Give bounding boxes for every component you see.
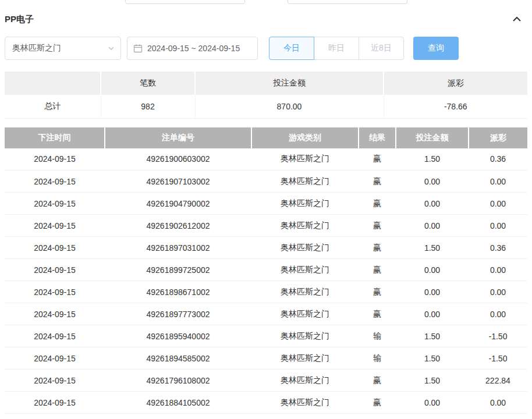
table-cell: 2024-09-15	[5, 215, 105, 237]
table-cell: 奥林匹斯之门	[251, 237, 359, 259]
table-row: 2024-09-1549261897773002奥林匹斯之门赢0.000.00	[5, 303, 527, 325]
col-header-bet-amount: 投注金额	[396, 127, 469, 148]
table-cell: 49261884105002	[105, 392, 251, 414]
table-cell: 49261904790002	[105, 193, 251, 215]
col-header-bet-time: 下注时间	[5, 127, 105, 148]
bet-table: 下注时间 注单编号 游戏类别 结果 投注金额 派彩 2024-09-154926…	[5, 127, 527, 419]
quick-range-group: 今日 昨日 近8日	[269, 37, 404, 60]
table-cell: 2024-09-15	[5, 281, 105, 303]
section-header: PP电子	[5, 14, 527, 24]
table-cell: 0.00	[469, 215, 527, 237]
table-cell: 赢	[359, 148, 396, 171]
table-cell: 1.50	[396, 237, 469, 259]
table-cell: 2024-09-15	[5, 370, 105, 392]
table-row: 2024-09-1549261900603002奥林匹斯之门赢1.500.36	[5, 148, 527, 171]
game-select[interactable]: 奥林匹斯之门	[5, 37, 121, 60]
table-row: 2024-09-1549261894585002奥林匹斯之门输1.50-1.50	[5, 347, 527, 370]
table-row: 2024-09-1549261902612002奥林匹斯之门赢0.000.00	[5, 215, 527, 237]
table-cell: 49261796108002	[105, 370, 251, 392]
table-row: 2024-09-1549261898671002奥林匹斯之门赢0.000.00	[5, 281, 527, 303]
table-row: 2024-09-1549261904790002奥林匹斯之门赢0.000.00	[5, 193, 527, 215]
summary-total-bet-amount: 870.00	[195, 95, 384, 118]
summary-header-row: 笔数 投注金额 派彩	[5, 72, 527, 95]
quick-btn-yesterday[interactable]: 昨日	[314, 37, 359, 60]
calendar-icon	[133, 44, 143, 53]
table-cell: 奥林匹斯之门	[251, 259, 359, 281]
table-cell: 奥林匹斯之门	[251, 303, 359, 325]
table-row: 2024-09-1549261895940002奥林匹斯之门输1.50-1.50	[5, 325, 527, 347]
table-cell: 赢	[359, 259, 396, 281]
table-cell: 0.00	[469, 392, 527, 414]
date-range-input[interactable]: 2024-09-15 ~ 2024-09-15	[127, 37, 258, 60]
table-cell: 49261895940002	[105, 325, 251, 347]
table-cell	[5, 414, 105, 419]
filter-bar: 奥林匹斯之门 2024-09-15 ~ 2024-09-15 今日 昨日 近8日…	[5, 37, 527, 60]
quick-btn-last8days[interactable]: 近8日	[359, 37, 404, 60]
table-cell	[469, 414, 527, 419]
table-cell: 49261902612002	[105, 215, 251, 237]
table-cell: 2024-09-15	[5, 193, 105, 215]
collapse-button[interactable]	[512, 15, 522, 24]
summary-total-payout: -78.66	[384, 95, 527, 118]
table-cell: 赢	[359, 171, 396, 193]
table-cell: 49261897773002	[105, 303, 251, 325]
section-title: PP电子	[5, 14, 34, 25]
summary-header-bet-amount: 投注金额	[195, 72, 384, 95]
table-cell: 2024-09-15	[5, 259, 105, 281]
quick-btn-today[interactable]: 今日	[269, 37, 314, 60]
col-header-payout: 派彩	[469, 127, 527, 148]
table-cell: 奥林匹斯之门	[251, 347, 359, 370]
table-cell: 2024-09-15	[5, 347, 105, 370]
table-cell: 49261898671002	[105, 281, 251, 303]
table-cell: 0.00	[469, 303, 527, 325]
table-cell: 0.00	[469, 171, 527, 193]
date-range-value: 2024-09-15 ~ 2024-09-15	[147, 44, 240, 53]
table-cell: 0.00	[469, 259, 527, 281]
table-cell: 奥林匹斯之门	[251, 370, 359, 392]
chevron-down-icon	[108, 45, 115, 52]
partial-input-top-right[interactable]	[288, 0, 407, 4]
table-cell: 2024-09-15	[5, 148, 105, 171]
col-header-bet-id: 注单编号	[105, 127, 251, 148]
summary-total-row: 总计 982 870.00 -78.66	[5, 95, 527, 118]
table-cell: 奥林匹斯之门	[251, 392, 359, 414]
table-row: 2024-09-1549261884105002奥林匹斯之门赢0.000.00	[5, 392, 527, 414]
table-cell: 2024-09-15	[5, 171, 105, 193]
table-cell: 奥林匹斯之门	[251, 325, 359, 347]
table-cell: 赢	[359, 237, 396, 259]
table-cell: 2024-09-15	[5, 237, 105, 259]
col-header-result: 结果	[359, 127, 396, 148]
table-cell: 0.00	[396, 281, 469, 303]
table-cell: 1.50	[396, 370, 469, 392]
table-cell: 输	[359, 325, 396, 347]
table-cell: 1.50	[396, 325, 469, 347]
table-cell: 奥林匹斯之门	[251, 281, 359, 303]
table-cell	[105, 414, 251, 419]
table-row-partial	[5, 414, 527, 419]
table-cell: 奥林匹斯之门	[251, 193, 359, 215]
table-cell: 2024-09-15	[5, 303, 105, 325]
table-cell: 2024-09-15	[5, 325, 105, 347]
table-cell	[251, 414, 359, 419]
table-cell: 0.00	[396, 392, 469, 414]
table-cell: 输	[359, 347, 396, 370]
table-cell: 赢	[359, 193, 396, 215]
table-cell: 0.00	[396, 215, 469, 237]
table-cell: 赢	[359, 281, 396, 303]
table-cell: 0.00	[469, 193, 527, 215]
table-cell: 赢	[359, 303, 396, 325]
table-cell: -1.50	[469, 347, 527, 370]
summary-table: 笔数 投注金额 派彩 总计 982 870.00 -78.66	[5, 72, 527, 119]
partial-input-top-left[interactable]	[125, 0, 245, 4]
table-row: 2024-09-1549261897031002奥林匹斯之门赢1.500.36	[5, 237, 527, 259]
bet-table-body: 2024-09-1549261900603002奥林匹斯之门赢1.500.362…	[5, 148, 527, 419]
table-cell: 赢	[359, 392, 396, 414]
table-cell: 0.36	[469, 237, 527, 259]
table-cell: 1.50	[396, 148, 469, 171]
summary-header-payout: 派彩	[384, 72, 527, 95]
table-cell: 0.00	[396, 259, 469, 281]
search-button[interactable]: 查询	[413, 37, 459, 60]
table-cell: 49261900603002	[105, 148, 251, 171]
game-select-value: 奥林匹斯之门	[12, 43, 61, 54]
summary-total-count: 982	[101, 95, 195, 118]
